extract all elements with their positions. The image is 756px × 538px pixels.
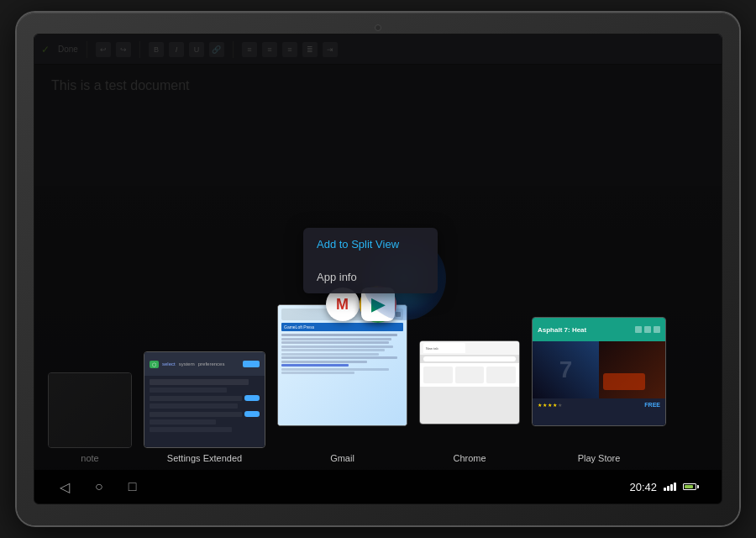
settings-tab-preferences: preferences xyxy=(198,361,225,367)
app-card-note-label: note xyxy=(81,453,98,463)
settings-tab-select: select xyxy=(162,361,176,367)
app-cards-container: note ⬡ select system preferences xyxy=(34,304,722,463)
gmail-line6 xyxy=(281,353,379,356)
battery-icon xyxy=(683,483,696,490)
context-menu-split-view[interactable]: Add to Split View xyxy=(303,228,438,261)
tablet-screen: ✓ Done ↩ ↪ B I U 🔗 ≡ ≡ ≡ ≣ ⇥ xyxy=(34,34,722,504)
gmail-line1 xyxy=(281,334,397,336)
playstore-stars: ★ ★ ★ ★ ★ xyxy=(538,402,562,408)
gmail-line5 xyxy=(281,349,385,351)
settings-row3-toggle xyxy=(244,395,260,401)
gmail-line8 xyxy=(281,361,367,363)
wifi-bar1 xyxy=(664,488,666,491)
chrome-content xyxy=(420,363,519,387)
context-menu-app-info[interactable]: App info xyxy=(303,261,438,293)
app-card-settings[interactable]: ⬡ select system preferences xyxy=(144,351,265,463)
gmail-line10 xyxy=(281,372,354,374)
app-card-chrome[interactable]: New tab xyxy=(419,340,520,463)
star3: ★ xyxy=(548,402,552,408)
wifi-bar2 xyxy=(667,486,669,491)
settings-row5-toggle xyxy=(244,411,260,417)
gmail-text-content xyxy=(281,334,403,374)
recent-apps-overlay: note ⬡ select system preferences xyxy=(34,34,722,504)
settings-row3-bar xyxy=(150,396,242,401)
app-card-gmail[interactable]: GameLoft Press xyxy=(277,304,407,463)
playstore-price: FREE xyxy=(644,402,660,408)
status-time: 20:42 xyxy=(629,481,657,493)
app-card-gmail-label: Gmail xyxy=(330,453,354,463)
chrome-tile3 xyxy=(486,367,516,383)
settings-row5 xyxy=(150,411,260,417)
settings-row6 xyxy=(150,419,216,425)
playstore-header-icons xyxy=(635,326,660,333)
tablet-camera xyxy=(375,24,381,31)
app-card-note[interactable]: note xyxy=(48,372,132,463)
nav-home-button[interactable]: ○ xyxy=(95,479,103,494)
ps-icon1 xyxy=(635,326,642,333)
settings-toggle-top xyxy=(243,361,260,367)
chrome-url xyxy=(423,356,516,361)
chrome-tile2 xyxy=(455,367,485,383)
context-menu: Add to Split View App info xyxy=(303,228,438,293)
gmail-thumb: GameLoft Press xyxy=(278,305,407,425)
chrome-tab-title: New tab xyxy=(426,346,438,351)
settings-row5-bar xyxy=(150,412,242,417)
settings-tab-system: system xyxy=(179,361,195,367)
nav-back-button[interactable]: ◁ xyxy=(60,479,70,495)
app-card-settings-label: Settings Extended xyxy=(167,453,242,463)
ps-screenshot2 xyxy=(599,341,665,398)
chrome-tabbar: New tab xyxy=(420,341,519,355)
ps-car xyxy=(603,373,645,390)
ps-icon3 xyxy=(654,326,660,333)
settings-row7 xyxy=(150,427,232,432)
settings-row2 xyxy=(150,388,227,393)
battery-tip xyxy=(697,485,699,488)
settings-icon-badge: ⬡ xyxy=(150,361,159,368)
settings-thumb: ⬡ select system preferences xyxy=(144,352,265,447)
gmail-line2 xyxy=(281,338,391,340)
wifi-icon xyxy=(664,483,676,491)
ps-icon2 xyxy=(644,326,651,333)
chrome-tile1 xyxy=(423,367,453,383)
gmail-line9 xyxy=(281,368,389,371)
tablet-device: ✓ Done ↩ ↪ B I U 🔗 ≡ ≡ ≡ ≣ ⇥ xyxy=(17,13,739,525)
gmail-line7 xyxy=(281,356,397,359)
gmail-line3 xyxy=(281,341,389,344)
wifi-bar3 xyxy=(670,484,673,491)
star5: ★ xyxy=(558,402,562,408)
playstore-thumb: Asphalt 7: Heat xyxy=(533,318,665,425)
settings-row1 xyxy=(150,379,249,385)
navigation-bar: ◁ ○ □ 20:42 xyxy=(34,470,722,504)
screen-content: ✓ Done ↩ ↪ B I U 🔗 ≡ ≡ ≡ ≣ ⇥ xyxy=(34,34,722,504)
playstore-screenshots: 7 xyxy=(533,341,665,398)
settings-row4 xyxy=(150,404,238,409)
gmail-link-line xyxy=(281,364,349,367)
nav-buttons-left: ◁ ○ □ xyxy=(60,479,136,495)
playstore-app-name: Asphalt 7: Heat xyxy=(538,326,586,334)
star4: ★ xyxy=(553,402,557,408)
battery-fill xyxy=(685,485,693,488)
app-card-chrome-label: Chrome xyxy=(453,453,486,463)
chrome-tab1: New tab xyxy=(423,343,465,353)
settings-row3 xyxy=(150,395,260,401)
star2: ★ xyxy=(543,402,547,408)
ps-screenshot1: 7 xyxy=(533,341,599,398)
star1: ★ xyxy=(538,402,542,408)
app-card-playstore-label: Play Store xyxy=(578,453,621,463)
nav-recents-button[interactable]: □ xyxy=(129,479,137,494)
chrome-tiles xyxy=(423,367,516,383)
wifi-bar4 xyxy=(674,483,676,491)
status-area: 20:42 xyxy=(629,481,696,493)
app-card-playstore[interactable]: Asphalt 7: Heat xyxy=(532,317,666,463)
gmail-selected-row: GameLoft Press xyxy=(281,323,403,331)
chrome-thumb: New tab xyxy=(420,341,519,424)
gmail-line4 xyxy=(281,345,393,348)
ps-game-num: 7 xyxy=(559,356,573,383)
playstore-meta: ★ ★ ★ ★ ★ FREE xyxy=(533,398,665,411)
chrome-address-bar xyxy=(420,355,519,363)
gmail-sender: GameLoft Press xyxy=(284,324,314,330)
playstore-header: Asphalt 7: Heat xyxy=(533,318,665,341)
